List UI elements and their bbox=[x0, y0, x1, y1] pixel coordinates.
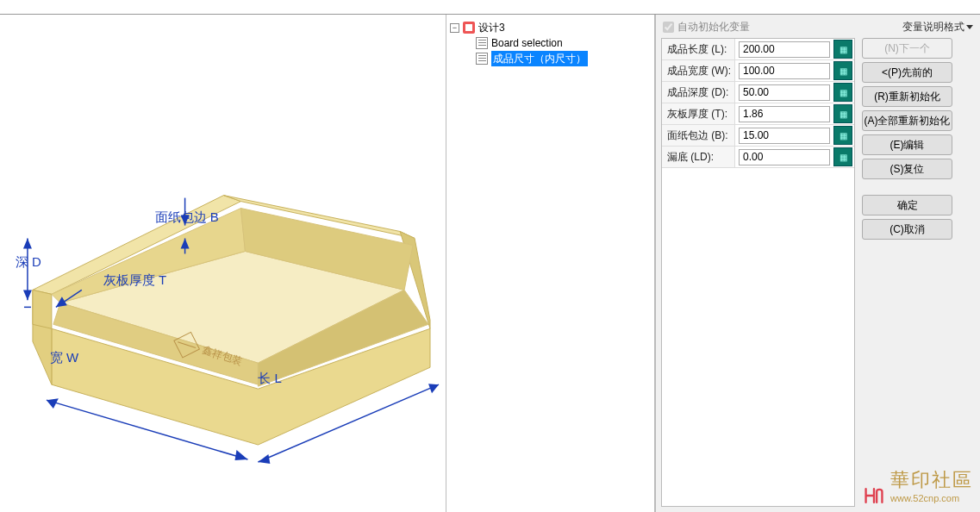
svg-marker-5 bbox=[33, 290, 52, 329]
svg-marker-14 bbox=[258, 454, 270, 464]
chevron-down-icon bbox=[966, 25, 973, 29]
param-grid: 成品长度 (L):▦成品宽度 (W):▦成品深度 (D):▦灰板厚度 (T):▦… bbox=[661, 38, 855, 507]
collapse-icon[interactable]: − bbox=[450, 23, 459, 33]
tree-root-label: 设计3 bbox=[478, 20, 505, 35]
ann-wrap: 面纸包边 B bbox=[155, 209, 219, 224]
doc-icon bbox=[476, 53, 488, 65]
param-label: 灰板厚度 (T): bbox=[662, 103, 735, 124]
param-input[interactable] bbox=[739, 84, 830, 101]
param-calc-button[interactable]: ▦ bbox=[833, 104, 852, 123]
param-input[interactable] bbox=[739, 149, 830, 165]
cancel-button[interactable]: (C)取消 bbox=[862, 219, 952, 240]
param-row: 漏底 (LD):▦ bbox=[662, 147, 854, 168]
edit-button[interactable]: (E)编辑 bbox=[862, 134, 952, 155]
param-calc-button[interactable]: ▦ bbox=[833, 126, 852, 145]
param-label: 成品深度 (D): bbox=[662, 82, 735, 103]
watermark-text: 華印社區 bbox=[890, 467, 973, 493]
param-panel: 自动初始化变量 变量说明格式 成品长度 (L):▦成品宽度 (W):▦成品深度 … bbox=[655, 15, 980, 512]
param-label: 漏底 (LD): bbox=[662, 147, 735, 167]
tree-panel: − 设计3 Board selection 成品尺寸（内尺寸） bbox=[446, 15, 655, 512]
param-row: 成品深度 (D):▦ bbox=[662, 82, 854, 103]
doc-icon bbox=[476, 37, 488, 49]
reinit-button[interactable]: (R)重新初始化 bbox=[862, 86, 952, 107]
tree-board-selection[interactable]: Board selection bbox=[450, 35, 651, 51]
reinit-all-button[interactable]: (A)全部重新初始化 bbox=[862, 110, 952, 131]
watermark: 華印社區 www.52cnp.com bbox=[863, 467, 973, 505]
param-input[interactable] bbox=[739, 106, 830, 122]
param-label: 成品长度 (L): bbox=[662, 39, 735, 59]
design-icon bbox=[463, 22, 475, 34]
ann-thickness: 灰板厚度 T bbox=[103, 273, 166, 288]
param-row: 成品长度 (L):▦ bbox=[662, 39, 854, 60]
auto-init-label: 自动初始化变量 bbox=[677, 20, 750, 34]
preview-3d[interactable]: 鑫祥包装 长 L 宽 W 深 D bbox=[0, 15, 446, 512]
tree-selected-label: 成品尺寸（内尺寸） bbox=[491, 51, 588, 66]
svg-marker-21 bbox=[23, 290, 32, 301]
auto-init-checkbox[interactable]: 自动初始化变量 bbox=[663, 20, 750, 34]
param-calc-button[interactable]: ▦ bbox=[833, 40, 852, 59]
param-label: 成品宽度 (W): bbox=[662, 60, 735, 81]
reset-button[interactable]: (S)复位 bbox=[862, 159, 952, 179]
param-calc-button[interactable]: ▦ bbox=[833, 147, 852, 166]
ann-depth: 深 D bbox=[16, 255, 41, 270]
param-input[interactable] bbox=[739, 63, 830, 79]
watermark-logo-icon bbox=[863, 486, 885, 505]
ok-button[interactable]: 确定 bbox=[862, 195, 952, 215]
tree-selected[interactable]: 成品尺寸（内尺寸） bbox=[450, 51, 651, 66]
svg-marker-20 bbox=[23, 239, 32, 249]
param-calc-button[interactable]: ▦ bbox=[833, 61, 852, 80]
param-input[interactable] bbox=[739, 41, 830, 58]
param-label: 面纸包边 (B): bbox=[662, 125, 735, 146]
ann-width: 宽 W bbox=[50, 350, 79, 365]
param-calc-button[interactable]: ▦ bbox=[833, 83, 852, 102]
title-bar bbox=[0, 0, 980, 14]
format-dropdown[interactable]: 变量说明格式 bbox=[902, 20, 973, 34]
param-input[interactable] bbox=[739, 128, 830, 144]
tree-root[interactable]: − 设计3 bbox=[450, 20, 651, 35]
svg-marker-18 bbox=[234, 450, 247, 460]
watermark-url: www.52cnp.com bbox=[890, 493, 973, 503]
next-button[interactable]: (N)下一个 bbox=[862, 38, 952, 59]
tree-board-label: Board selection bbox=[491, 35, 563, 51]
ann-length: 长 L bbox=[258, 371, 281, 385]
param-row: 灰板厚度 (T):▦ bbox=[662, 103, 854, 125]
param-row: 面纸包边 (B):▦ bbox=[662, 125, 854, 147]
param-row: 成品宽度 (W):▦ bbox=[662, 60, 854, 82]
prev-button[interactable]: <(P)先前的 bbox=[862, 62, 952, 83]
